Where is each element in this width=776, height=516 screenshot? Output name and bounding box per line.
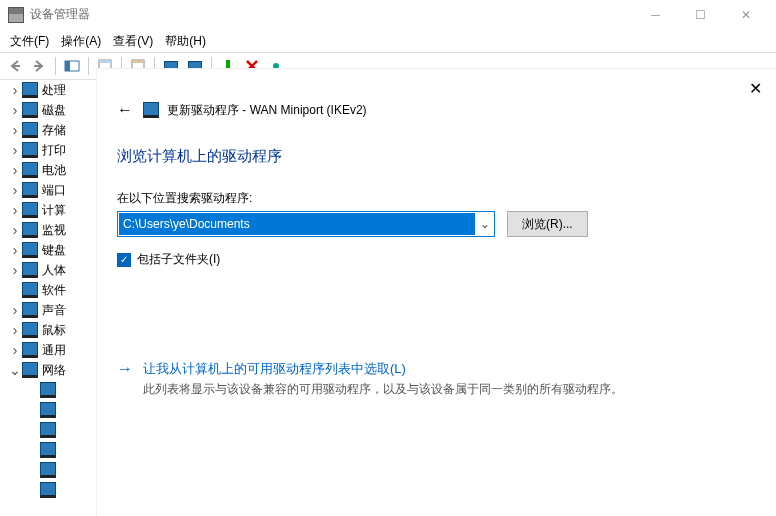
tree-item[interactable]: ›存储: [8, 120, 100, 140]
device-icon: [22, 182, 38, 198]
expand-icon[interactable]: ›: [8, 142, 22, 158]
adapter-icon: [40, 462, 56, 478]
adapter-icon: [40, 402, 56, 418]
device-icon: [22, 302, 38, 318]
device-icon: [22, 142, 38, 158]
device-icon: [22, 222, 38, 238]
tree-item[interactable]: ›端口: [8, 180, 100, 200]
include-subfolders-label: 包括子文件夹(I): [137, 251, 220, 268]
path-input[interactable]: [119, 213, 475, 235]
expand-icon[interactable]: ›: [8, 242, 22, 258]
adapter-icon: [40, 422, 56, 438]
menu-action[interactable]: 操作(A): [55, 31, 107, 52]
expand-icon[interactable]: ›: [8, 342, 22, 358]
expand-icon[interactable]: ›: [8, 262, 22, 278]
dialog-back-icon[interactable]: ←: [117, 101, 133, 119]
option-desc: 此列表将显示与该设备兼容的可用驱动程序，以及与该设备属于同一类别的所有驱动程序。: [143, 380, 623, 398]
expand-icon[interactable]: ⌄: [8, 362, 22, 378]
tree-item[interactable]: [8, 380, 100, 400]
device-icon: [22, 342, 38, 358]
update-driver-dialog: ✕ ← 更新驱动程序 - WAN Miniport (IKEv2) 浏览计算机上…: [96, 68, 776, 516]
tree-label: 端口: [42, 182, 66, 199]
adapter-icon: [40, 382, 56, 398]
tree-item[interactable]: ›计算: [8, 200, 100, 220]
tree-label: 鼠标: [42, 322, 66, 339]
tree-label: 磁盘: [42, 102, 66, 119]
tree-item[interactable]: 软件: [8, 280, 100, 300]
tree-item[interactable]: ›通用: [8, 340, 100, 360]
back-icon[interactable]: [4, 55, 26, 77]
tree-item[interactable]: ›鼠标: [8, 320, 100, 340]
tree-label: 声音: [42, 302, 66, 319]
expand-icon[interactable]: ›: [8, 102, 22, 118]
tree-label: 键盘: [42, 242, 66, 259]
svg-rect-0: [12, 65, 20, 67]
tree-item[interactable]: ›人体: [8, 260, 100, 280]
tree-item[interactable]: [8, 480, 100, 500]
pick-from-list-option[interactable]: → 让我从计算机上的可用驱动程序列表中选取(L) 此列表将显示与该设备兼容的可用…: [117, 360, 756, 398]
include-subfolders-checkbox[interactable]: ✓: [117, 253, 131, 267]
device-icon: [22, 122, 38, 138]
adapter-icon: [40, 442, 56, 458]
svg-rect-7: [132, 60, 144, 63]
menu-help[interactable]: 帮助(H): [159, 31, 212, 52]
tree-label: 人体: [42, 262, 66, 279]
menu-view[interactable]: 查看(V): [107, 31, 159, 52]
expand-icon[interactable]: ›: [8, 322, 22, 338]
tree-label: 通用: [42, 342, 66, 359]
tree-item[interactable]: ›监视: [8, 220, 100, 240]
tree-label: 网络: [42, 362, 66, 379]
expand-icon[interactable]: ›: [8, 302, 22, 318]
tree-label: 存储: [42, 122, 66, 139]
menu-file[interactable]: 文件(F): [4, 31, 55, 52]
expand-icon[interactable]: ›: [8, 122, 22, 138]
tree-label: 电池: [42, 162, 66, 179]
device-icon: [22, 362, 38, 378]
adapter-icon: [40, 482, 56, 498]
device-icon: [22, 322, 38, 338]
tree-item[interactable]: [8, 440, 100, 460]
tree-item[interactable]: ›打印: [8, 140, 100, 160]
device-icon: [22, 82, 38, 98]
adapter-icon: [143, 102, 159, 118]
expand-icon[interactable]: ›: [8, 182, 22, 198]
browse-button[interactable]: 浏览(R)...: [507, 211, 588, 237]
maximize-button[interactable]: ☐: [678, 1, 723, 29]
dialog-title: 更新驱动程序 - WAN Miniport (IKEv2): [167, 102, 367, 119]
close-button[interactable]: ✕: [723, 1, 768, 29]
device-icon: [22, 282, 38, 298]
expand-icon[interactable]: ›: [8, 222, 22, 238]
tree-item[interactable]: ›键盘: [8, 240, 100, 260]
tree-item[interactable]: ›电池: [8, 160, 100, 180]
device-tree: ›处理›磁盘›存储›打印›电池›端口›计算›监视›键盘›人体软件›声音›鼠标›通…: [0, 80, 100, 516]
tree-item[interactable]: ›磁盘: [8, 100, 100, 120]
forward-icon[interactable]: [28, 55, 50, 77]
show-hide-icon[interactable]: [61, 55, 83, 77]
titlebar: 设备管理器 ─ ☐ ✕: [0, 0, 776, 30]
tree-item[interactable]: ›声音: [8, 300, 100, 320]
search-label: 在以下位置搜索驱动程序:: [117, 190, 756, 207]
device-icon: [22, 202, 38, 218]
minimize-button[interactable]: ─: [633, 1, 678, 29]
tree-item[interactable]: [8, 460, 100, 480]
tree-item[interactable]: [8, 400, 100, 420]
device-icon: [22, 102, 38, 118]
arrow-right-icon: →: [117, 360, 133, 398]
tree-label: 处理: [42, 82, 66, 99]
device-icon: [22, 242, 38, 258]
expand-icon[interactable]: ›: [8, 202, 22, 218]
chevron-down-icon[interactable]: ⌄: [476, 217, 494, 231]
svg-rect-1: [34, 65, 42, 67]
expand-icon[interactable]: ›: [8, 82, 22, 98]
svg-rect-3: [65, 61, 70, 71]
path-combobox[interactable]: ⌄: [117, 211, 495, 237]
option-title: 让我从计算机上的可用驱动程序列表中选取(L): [143, 360, 623, 378]
tree-item[interactable]: ›处理: [8, 80, 100, 100]
menubar: 文件(F) 操作(A) 查看(V) 帮助(H): [0, 30, 776, 52]
dialog-close-icon[interactable]: ✕: [749, 79, 762, 98]
tree-item[interactable]: ⌄网络: [8, 360, 100, 380]
tree-item[interactable]: [8, 420, 100, 440]
device-icon: [22, 262, 38, 278]
tree-label: 软件: [42, 282, 66, 299]
expand-icon[interactable]: ›: [8, 162, 22, 178]
